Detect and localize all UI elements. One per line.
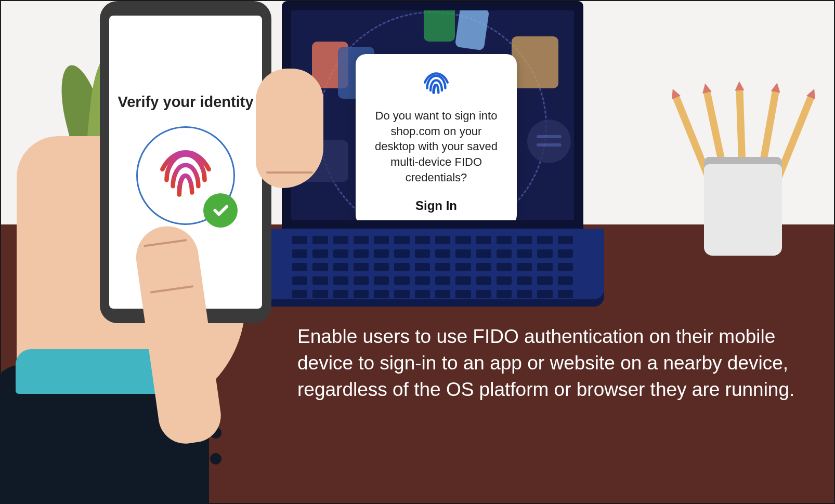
illustration-frame: Do you want to sign into shop.com on you… [0,0,835,504]
sign-in-button[interactable]: Sign In [410,196,462,215]
dialog-message: Do you want to sign into shop.com on you… [370,108,502,185]
laptop-screen: Do you want to sign into shop.com on you… [291,10,574,220]
verify-title: Verify your identity [118,94,253,111]
caption-text: Enable users to use FIDO authentication … [297,323,798,403]
apple-icon [424,10,455,42]
fingerprint-scan-area[interactable] [136,126,235,225]
checkmark-icon [203,193,238,228]
shopping-bag-icon [512,36,558,88]
signin-dialog: Do you want to sign into shop.com on you… [356,54,517,220]
laptop-bezel: Do you want to sign into shop.com on you… [282,1,583,230]
laptop-keyboard [292,236,573,293]
hand-thumb [256,69,323,188]
fingerprint-icon [418,65,454,102]
hand-holding-phone: Verify your identity [1,1,323,500]
pencil-cup [704,157,782,256]
chat-bubble-icon [527,120,571,163]
milk-carton-icon [455,10,490,51]
